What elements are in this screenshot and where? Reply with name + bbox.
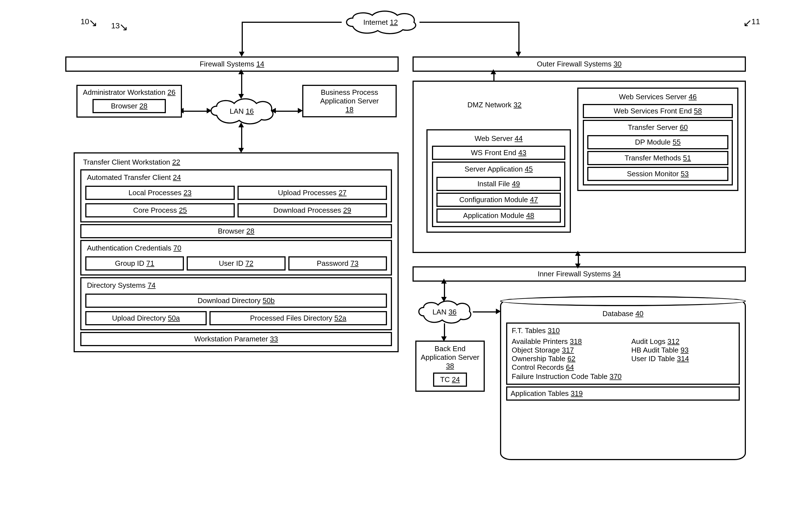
label-11: ↙11 — [743, 15, 760, 26]
label-13: 13↘ — [111, 20, 128, 30]
ws-front-end-58: Web Services Front End 58 — [583, 104, 733, 118]
download-processes: Download Processes 29 — [237, 203, 387, 217]
label-10: 10↘ — [81, 15, 98, 26]
bp-server-box: Business Process Application Server 18 — [302, 85, 397, 117]
directory-systems: Directory Systems 74 Download Directory … — [80, 277, 392, 330]
application-module: Application Module 48 — [436, 209, 561, 223]
internet-ref: 12 — [390, 18, 398, 26]
processed-files-directory: Processed Files Directory 52a — [209, 311, 387, 325]
web-server-box: Web Server 44 WS Front End 43 Server App… — [427, 129, 571, 233]
admin-workstation-box: Administrator Workstation 26 Browser 28 — [77, 85, 182, 117]
password: Password 73 — [288, 256, 387, 270]
group-id: Group ID 71 — [85, 256, 184, 270]
firewall-systems-box: Firewall Systems 14 — [65, 56, 399, 72]
upload-directory: Upload Directory 50a — [85, 311, 207, 325]
ft-tables: F.T. Tables 310 Available Printers 318 O… — [506, 323, 740, 385]
download-directory: Download Directory 50b — [85, 294, 387, 308]
internet-cloud: Internet 12 — [342, 10, 419, 35]
local-processes: Local Processes 23 — [85, 186, 235, 200]
application-tables: Application Tables 319 — [506, 386, 740, 401]
user-id: User ID 72 — [187, 256, 285, 270]
tc-box: TC 24 — [433, 373, 467, 387]
dp-module: DP Module 55 — [587, 135, 728, 149]
database-cylinder: Database 40 F.T. Tables 310 Available Pr… — [500, 299, 746, 460]
lan36-cloud: LAN 36 — [415, 300, 474, 324]
auth-credentials: Authentication Credentials 70 Group ID 7… — [80, 240, 392, 275]
back-end-server-box: Back End Application Server 38 TC 24 — [415, 341, 485, 392]
internet-label: Internet — [364, 18, 388, 26]
lan16-cloud: LAN 16 — [207, 97, 277, 125]
transfer-server: Transfer Server 60 DP Module 55 Transfer… — [583, 120, 733, 185]
transfer-methods: Transfer Methods 51 — [587, 151, 728, 165]
inner-firewall-box: Inner Firewall Systems 34 — [412, 266, 746, 281]
install-file: Install File 49 — [436, 177, 561, 191]
outer-firewall-box: Outer Firewall Systems 30 — [412, 56, 746, 72]
workstation-parameter: Workstation Parameter 33 — [80, 332, 392, 346]
atc-box: Automated Transfer Client 24 Local Proce… — [80, 169, 392, 222]
session-monitor: Session Monitor 53 — [587, 167, 728, 181]
core-process: Core Process 25 — [85, 203, 235, 217]
server-application: Server Application 45 Install File 49 Co… — [432, 162, 565, 227]
web-services-server-box: Web Services Server 46 Web Services Fron… — [577, 87, 738, 191]
tcw-box: Transfer Client Workstation 22 Automated… — [74, 152, 399, 352]
tcw-browser: Browser 28 — [80, 224, 392, 238]
upload-processes: Upload Processes 27 — [237, 186, 387, 200]
ws-front-end: WS Front End 43 — [432, 146, 565, 160]
configuration-module: Configuration Module 47 — [436, 193, 561, 207]
admin-browser-box: Browser 28 — [92, 99, 166, 113]
